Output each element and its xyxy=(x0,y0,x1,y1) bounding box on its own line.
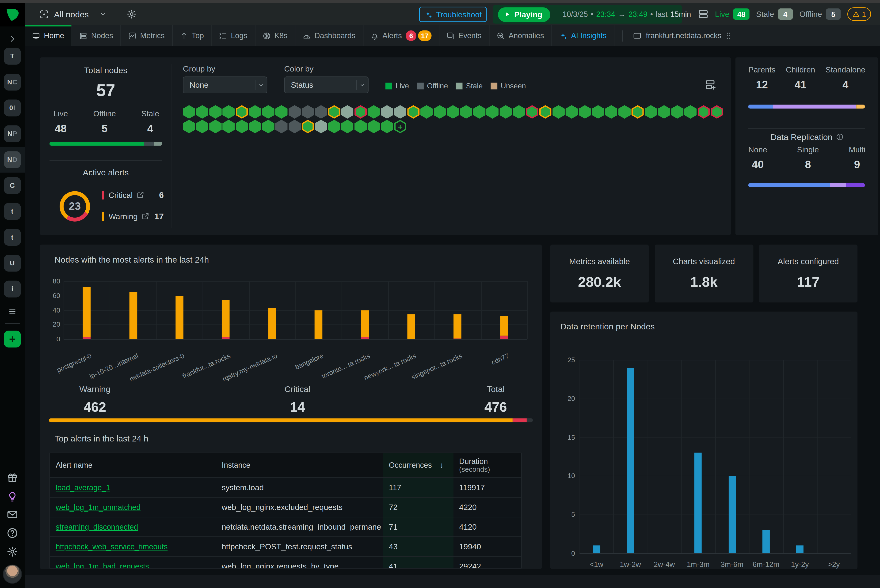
node-hex-live-critical[interactable] xyxy=(698,105,710,118)
node-hex-live[interactable] xyxy=(671,105,683,118)
node-hex-live[interactable] xyxy=(645,105,657,118)
alert-bar-toronto-ta-rocks[interactable] xyxy=(361,310,369,339)
node-hex-live[interactable] xyxy=(196,120,209,134)
column-header-instance[interactable]: Instance xyxy=(216,461,383,469)
node-hex-live-critical[interactable] xyxy=(355,105,367,118)
node-hex-offline[interactable] xyxy=(275,120,287,134)
column-header-alert-name[interactable]: Alert name xyxy=(50,461,216,469)
menu-icon[interactable] xyxy=(8,308,17,316)
alert-bar-postgresql-0[interactable] xyxy=(83,287,91,339)
node-hex-live[interactable] xyxy=(658,105,670,118)
sidebar-workspace-0i[interactable]: 0I xyxy=(4,100,21,117)
alert-name-link[interactable]: streaming_disconnected xyxy=(56,523,138,531)
tab-alerts[interactable]: Alerts617 xyxy=(363,26,439,46)
tab-top[interactable]: Top xyxy=(172,26,212,46)
node-hex-live[interactable] xyxy=(473,105,486,118)
tab-metrics[interactable]: Metrics xyxy=(121,26,172,46)
node-hex-live[interactable] xyxy=(355,120,367,134)
help-icon[interactable] xyxy=(7,528,18,539)
node-hex-live[interactable] xyxy=(223,120,235,134)
alert-bar-bangalore[interactable] xyxy=(314,310,323,339)
alert-bar-frankfur-ta-rocks[interactable] xyxy=(222,300,230,339)
node-hex-live[interactable] xyxy=(196,105,209,118)
tab-frankfurt-node[interactable]: frankfurt.netdata.rocks xyxy=(627,26,737,46)
node-hex-live[interactable] xyxy=(209,105,222,118)
nodes-list-icon[interactable] xyxy=(698,9,708,19)
node-hex-live[interactable] xyxy=(183,105,195,118)
node-hex-live[interactable] xyxy=(262,120,274,134)
info-icon[interactable] xyxy=(836,133,843,140)
node-hex-live[interactable] xyxy=(249,105,261,118)
add-node-hex-button[interactable]: + xyxy=(394,120,406,134)
node-hex-live[interactable] xyxy=(579,105,591,118)
playing-button[interactable]: Playing xyxy=(498,7,551,22)
node-hex-stale[interactable] xyxy=(381,105,393,118)
tab-k8s[interactable]: K8s xyxy=(255,26,295,46)
alert-bar-ip-10-20-internal[interactable] xyxy=(129,292,137,339)
sidebar-workspace-t[interactable]: t xyxy=(4,203,21,220)
alert-bar-rgstry-my-netdata-io[interactable] xyxy=(268,308,276,339)
retention-bar-1m-3m[interactable] xyxy=(694,453,702,553)
node-hex-live[interactable] xyxy=(236,120,248,134)
node-hex-live-warning[interactable] xyxy=(632,105,644,118)
node-hex-live-warning[interactable] xyxy=(236,105,248,118)
node-count-badge-live[interactable]: 48 xyxy=(733,9,749,20)
lightbulb-icon[interactable] xyxy=(7,490,18,501)
alert-name-link[interactable]: load_average_1 xyxy=(56,484,110,492)
sidebar-workspace-t[interactable]: T xyxy=(4,48,21,65)
node-count-badge-offline[interactable]: 5 xyxy=(826,9,841,20)
node-hex-live[interactable] xyxy=(513,105,525,118)
tab-home[interactable]: Home xyxy=(25,26,72,46)
scope-selector[interactable]: All nodes xyxy=(39,3,106,26)
sidebar-workspace-i[interactable]: i xyxy=(4,280,21,297)
node-hex-live[interactable] xyxy=(460,105,472,118)
alert-name-link[interactable]: web_log_1m_bad_requests xyxy=(56,562,149,568)
node-hex-live-warning[interactable] xyxy=(328,105,340,118)
add-node-icon[interactable] xyxy=(705,79,716,90)
group-by-select[interactable]: None xyxy=(183,76,267,93)
node-hex-live[interactable] xyxy=(486,105,499,118)
node-hex-stale[interactable] xyxy=(341,105,354,118)
netdata-logo[interactable] xyxy=(0,3,25,27)
retention-bar-6m-12m[interactable] xyxy=(762,530,770,553)
sidebar-workspace-np[interactable]: NP xyxy=(4,125,21,142)
node-hex-live[interactable] xyxy=(223,105,235,118)
node-hex-stale[interactable] xyxy=(394,105,406,118)
add-space-button[interactable]: + xyxy=(4,331,21,348)
node-hex-live[interactable] xyxy=(420,105,433,118)
node-hex-live[interactable] xyxy=(684,105,697,118)
node-hex-live-critical[interactable] xyxy=(526,105,539,118)
node-hex-live-warning[interactable] xyxy=(539,105,552,118)
user-avatar[interactable] xyxy=(3,564,22,584)
node-hex-live[interactable] xyxy=(592,105,604,118)
column-header-duration[interactable]: Duration(seconds) xyxy=(453,457,521,473)
node-hex-live[interactable] xyxy=(499,105,512,118)
node-hex-live[interactable] xyxy=(618,105,630,118)
sort-desc-icon[interactable]: ↓ xyxy=(440,461,444,469)
retention-bar-1w-2w[interactable] xyxy=(627,368,634,553)
column-header-occurrences[interactable]: Occurrences↓ xyxy=(383,453,453,477)
node-hex-live-warning[interactable] xyxy=(407,105,420,118)
node-hex-live[interactable] xyxy=(368,105,380,118)
node-hex-live[interactable] xyxy=(433,105,446,118)
node-hex-live[interactable] xyxy=(605,105,617,118)
node-hex-live[interactable] xyxy=(249,120,261,134)
node-hex-live[interactable] xyxy=(275,105,287,118)
external-link-icon[interactable] xyxy=(137,191,144,198)
tab-anomalies[interactable]: Anomalies xyxy=(489,26,552,46)
alert-name-link[interactable]: httpcheck_web_service_timeouts xyxy=(56,543,167,551)
alert-name-link[interactable]: web_log_1m_unmatched xyxy=(56,503,140,512)
time-range-display[interactable]: 10/3/25 • 23:34 → 23:49 • last 15min xyxy=(563,10,691,18)
tab-dashboards[interactable]: Dashboards xyxy=(295,26,363,46)
alert-bar-cdn77[interactable] xyxy=(500,316,508,339)
warning-indicator-pill[interactable]: 1 xyxy=(847,7,871,21)
alert-bar-newyork-ta-rocks[interactable] xyxy=(407,314,415,339)
node-hex-live[interactable] xyxy=(368,120,380,134)
alert-bar-singapor-ta-rocks[interactable] xyxy=(454,314,462,339)
sidebar-workspace-nd[interactable]: ND xyxy=(4,151,21,168)
troubleshoot-button[interactable]: Troubleshoot xyxy=(419,7,487,22)
node-hex-offline[interactable] xyxy=(302,105,314,118)
sidebar-workspace-nc[interactable]: NC xyxy=(4,74,21,90)
tab-logs[interactable]: Logs xyxy=(212,26,255,46)
node-hex-live[interactable] xyxy=(328,120,340,134)
